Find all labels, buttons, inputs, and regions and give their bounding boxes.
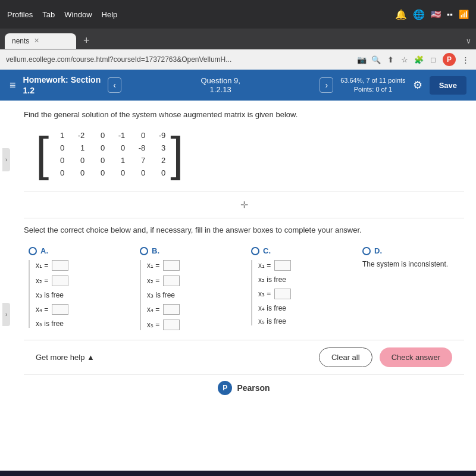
globe-icon: 🌐	[413, 9, 425, 20]
question-prompt: Find the general solution of the system …	[24, 110, 464, 119]
choice-b-x4-input[interactable]	[163, 304, 180, 315]
check-answer-button[interactable]: Check answer	[380, 347, 452, 367]
radio-b[interactable]	[140, 247, 148, 255]
bottom-bar: Get more help ▲ Clear all Check answer	[24, 340, 464, 374]
matrix-r4c6: 0	[155, 168, 165, 177]
choice-b-x2-input[interactable]	[163, 275, 180, 286]
choice-b-x1-input[interactable]	[163, 260, 180, 271]
choice-c-label: C.	[263, 246, 271, 255]
prev-question-btn[interactable]: ‹	[108, 77, 121, 93]
choice-c-header: C.	[251, 246, 348, 255]
choice-a-x1-input[interactable]	[52, 260, 68, 271]
choice-a-line2: x₂ =	[36, 275, 126, 286]
matrix-r2c3: 0	[94, 143, 105, 152]
choice-d-header: D.	[362, 246, 459, 255]
choice-a-label: A.	[40, 246, 48, 255]
window-menu[interactable]: Window	[64, 10, 92, 19]
pearson-label: Pearson	[237, 383, 270, 393]
profiles-menu[interactable]: Profiles	[7, 10, 33, 19]
choice-a-header: A.	[29, 246, 126, 255]
points-denom: 1	[389, 86, 392, 93]
expand-left-arrow-mid[interactable]: ›	[2, 303, 10, 326]
content-area: › › Find the general solution of the sys…	[0, 101, 476, 411]
choice-c-line1: x₁ =	[258, 260, 348, 271]
choice-c-line3: x₃ =	[258, 289, 348, 299]
instruction-text: Select the correct choice below and, if …	[24, 226, 464, 234]
matrix-r4c1: 0	[54, 168, 64, 177]
clear-all-button[interactable]: Clear all	[319, 347, 372, 367]
user-avatar[interactable]: P	[443, 53, 456, 66]
browser-chrome: nents ✕ + ∨	[0, 29, 476, 49]
crosshair-area: ✛	[24, 197, 464, 213]
question-sub-text: 1.2.13	[129, 85, 313, 94]
divider-2	[24, 218, 464, 218]
video-icon: 📷	[357, 55, 367, 64]
question-title-text: Question 9,	[129, 76, 313, 85]
choice-b-group: x₁ = x₂ = x₃ is free x₄ =	[140, 260, 237, 330]
matrix-r1c6: -9	[155, 131, 165, 140]
active-tab[interactable]: nents ✕	[5, 33, 76, 49]
radio-c[interactable]	[251, 247, 259, 255]
matrix-r2c6: 3	[155, 143, 165, 152]
choice-b[interactable]: B. x₁ = x₂ = x₃ is free x₄ =	[135, 242, 242, 335]
choice-c-x3-input[interactable]	[274, 289, 291, 299]
matrix-r4c4: 0	[114, 168, 125, 177]
settings-icon[interactable]: ⚙	[413, 79, 422, 92]
tab-chevron-icon: ∨	[466, 37, 471, 45]
bookmark-icon[interactable]: ☆	[400, 55, 409, 64]
browser-tabs: nents ✕ + ∨	[5, 32, 471, 49]
matrix-r2c1: 0	[54, 143, 64, 152]
mac-menubar: Profiles Tab Window Help 🔔 🌐 🇺🇸 ▪▪ 📶	[0, 0, 476, 29]
choice-a-x4-input[interactable]	[52, 304, 68, 315]
choice-c-group: x₁ = x₂ is free x₃ = x₄ is free x₅ is	[251, 260, 348, 325]
matrix-r2c5: -8	[134, 143, 145, 152]
matrix-grid: 1 -2 0 -1 0 -9 0 1 0 0 -8 3 0 0 0 1 7 2	[49, 129, 170, 180]
choice-b-label: B.	[152, 246, 159, 255]
matrix-r3c5: 7	[134, 156, 145, 165]
share-icon[interactable]: ⬆	[386, 55, 395, 64]
sidebar-toggle[interactable]: ≡	[10, 79, 16, 92]
choice-c[interactable]: C. x₁ = x₂ is free x₃ = x₄ is f	[246, 242, 353, 335]
matrix-r3c3: 0	[94, 156, 105, 165]
choice-a-line4: x₄ =	[36, 304, 126, 315]
save-button[interactable]: Save	[430, 76, 466, 95]
more-icon[interactable]: ⋮	[461, 55, 470, 64]
matrix-container: [ 1 -2 0 -1 0 -9 0 1 0 0 -8 3 0 0 0 1	[36, 129, 464, 180]
choice-b-line4: x₄ =	[147, 304, 237, 315]
score-info: 63.64%, 7 of 11 points	[340, 76, 405, 85]
divider-1	[24, 192, 464, 192]
choice-c-line2: x₂ is free	[258, 275, 348, 284]
matrix-r3c6: 2	[155, 156, 165, 165]
tab-close-btn[interactable]: ✕	[34, 37, 39, 45]
choices-row: A. x₁ = x₂ = x₃ is free x₄ =	[24, 242, 464, 335]
expand-left-arrow-top[interactable]: ›	[2, 148, 10, 171]
tab-menu[interactable]: Tab	[42, 10, 55, 19]
tab-title: nents	[12, 37, 29, 45]
address-text[interactable]: vellum.ecollege.com/course.html?courseId…	[6, 55, 352, 64]
radio-a[interactable]	[29, 247, 37, 255]
choice-b-x5-input[interactable]	[163, 320, 180, 330]
matrix-r4c2: 0	[74, 168, 84, 177]
new-tab-button[interactable]: +	[79, 32, 95, 49]
window-icon[interactable]: □	[428, 55, 438, 64]
course-header: ≡ Homework: Section 1.2 ‹ Question 9, 1.…	[0, 70, 476, 101]
next-question-btn[interactable]: ›	[320, 77, 333, 93]
choice-c-x1-input[interactable]	[274, 260, 291, 271]
choice-a-x2-input[interactable]	[52, 275, 68, 286]
matrix-r1c3: 0	[94, 131, 105, 140]
action-buttons: Clear all Check answer	[319, 347, 452, 367]
choice-b-line3: x₃ is free	[147, 291, 237, 299]
help-menu[interactable]: Help	[102, 10, 118, 19]
choice-a[interactable]: A. x₁ = x₂ = x₃ is free x₄ =	[24, 242, 130, 335]
search-icon[interactable]: 🔍	[371, 55, 381, 64]
hw-title-line2: 1.2	[23, 85, 101, 96]
matrix-bracket-left: [	[36, 130, 49, 178]
hw-title-line1: Homework: Section	[23, 74, 101, 85]
matrix-r1c5: 0	[134, 131, 145, 140]
radio-d[interactable]	[362, 247, 371, 255]
extension-icon[interactable]: 🧩	[414, 55, 424, 64]
battery-icon: ▪▪	[447, 10, 453, 19]
points-label: Points: 0 of 1	[340, 85, 405, 94]
choice-d[interactable]: D. The system is inconsistent.	[358, 242, 464, 335]
get-more-help-link[interactable]: Get more help ▲	[36, 353, 95, 362]
